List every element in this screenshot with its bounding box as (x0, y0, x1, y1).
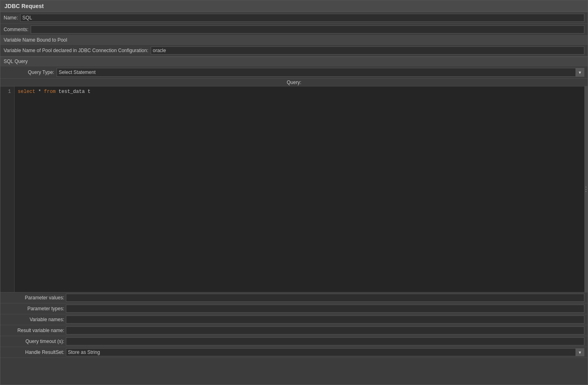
result-variable-input[interactable] (66, 326, 584, 335)
line-number-1: 1 (4, 89, 11, 95)
comments-input[interactable] (31, 25, 584, 34)
parameter-types-input[interactable] (66, 305, 584, 313)
handle-resultset-select[interactable]: Store as String Store as Object Count Re… (66, 348, 584, 356)
operator-star: * (38, 89, 44, 95)
name-label: Name: (4, 15, 18, 21)
code-display[interactable]: select * from test_data t (15, 86, 584, 292)
table-ref: test_data t (59, 89, 91, 95)
variable-name-section-label: Variable Name Bound to Pool (4, 37, 67, 43)
pool-input[interactable] (151, 46, 584, 55)
handle-resultset-label: Handle ResultSet: (4, 349, 64, 355)
query-timeout-label: Query timeout (s): (4, 339, 64, 344)
query-type-select-wrapper: Select Statement Update Statement Callab… (57, 68, 584, 77)
pool-row: Variable Name of Pool declared in JDBC C… (0, 45, 588, 57)
parameter-values-input[interactable] (66, 294, 584, 302)
query-type-label: Query Type: (28, 69, 54, 75)
query-type-row: Query Type: Select Statement Update Stat… (0, 66, 588, 79)
bottom-fields: Parameter values: Parameter types: Varia… (0, 292, 588, 358)
parameter-types-row: Parameter types: (0, 303, 588, 314)
panel-title-text: JDBC Request (4, 3, 44, 9)
handle-resultset-select-wrapper: Store as String Store as Object Count Re… (66, 348, 584, 356)
pool-label: Variable Name of Pool declared in JDBC C… (4, 48, 148, 53)
query-timeout-row: Query timeout (s): (0, 336, 588, 347)
variable-names-label: Variable names: (4, 317, 64, 322)
line-numbers: 1 (0, 86, 15, 292)
panel-title: JDBC Request (0, 0, 588, 12)
parameter-values-row: Parameter values: (0, 292, 588, 303)
name-input[interactable] (20, 14, 584, 22)
variable-name-section: Variable Name Bound to Pool (0, 36, 588, 45)
sql-query-section-header: SQL Query (0, 57, 588, 66)
resize-handle[interactable]: ⋮ (584, 86, 588, 292)
result-variable-label: Result variable name: (4, 328, 64, 333)
query-editor-area: 1 select * from test_data t ⋮ (0, 86, 588, 292)
name-row: Name: (0, 12, 588, 24)
query-label: Query: (287, 80, 301, 85)
variable-names-row: Variable names: (0, 314, 588, 325)
comments-row: Comments: (0, 24, 588, 36)
keyword-select: select (18, 89, 35, 95)
parameter-types-label: Parameter types: (4, 306, 64, 311)
keyword-from: from (44, 89, 56, 95)
query-type-select[interactable]: Select Statement Update Statement Callab… (57, 68, 584, 77)
main-panel: JDBC Request Name: Comments: Variable Na… (0, 0, 588, 385)
parameter-values-label: Parameter values: (4, 295, 64, 301)
variable-names-input[interactable] (66, 316, 584, 324)
sql-query-label: SQL Query (4, 59, 28, 64)
query-timeout-input[interactable] (66, 337, 584, 345)
handle-resultset-row: Handle ResultSet: Store as String Store … (0, 347, 588, 358)
query-label-row: Query: (0, 79, 588, 86)
result-variable-row: Result variable name: (0, 325, 588, 336)
comments-label: Comments: (4, 27, 28, 32)
